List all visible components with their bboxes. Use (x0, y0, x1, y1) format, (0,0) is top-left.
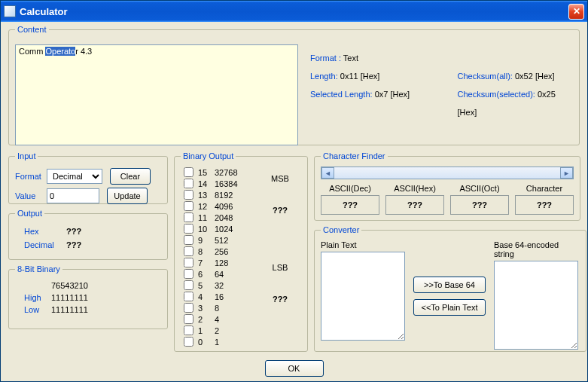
bit8-legend: 8-Bit Binary (15, 264, 62, 274)
bit-value: 16 (215, 292, 248, 301)
binary-output-row: 24 (184, 313, 304, 325)
bit-index: 9 (198, 236, 215, 245)
bit-index: 3 (198, 304, 215, 313)
input-legend: Input (15, 151, 38, 160)
bit-checkbox[interactable] (184, 190, 193, 200)
base64-text-area[interactable] (494, 261, 578, 350)
titlebar[interactable]: Calculator ✕ (1, 1, 587, 22)
bit-index: 15 (198, 168, 215, 177)
app-icon (4, 5, 16, 17)
converter-legend: Converter (321, 225, 361, 234)
bit-index: 12 (198, 202, 215, 211)
bit-value: 64 (215, 270, 248, 279)
checksum-all-value: 0x52 [Hex] (515, 72, 555, 81)
bit-index: 0 (198, 338, 215, 347)
window-title: Calculator (20, 6, 568, 17)
bit-value: 1024 (215, 225, 248, 234)
bit-checkbox[interactable] (184, 258, 193, 267)
converter-group: Converter Plain Text >>To Base 64 <<To P… (314, 225, 586, 352)
close-icon: ✕ (573, 6, 580, 17)
msb-value: ??? (259, 206, 301, 215)
output-group: Output Hex ??? Decimal ??? (8, 209, 168, 260)
bit-checkbox[interactable] (184, 235, 193, 245)
bit-value: 32 (215, 281, 248, 290)
binary-output-row: 8256 (184, 246, 304, 257)
cf-col-value: ??? (385, 195, 444, 215)
bit-checkbox[interactable] (184, 292, 193, 301)
bit-checkbox[interactable] (184, 224, 193, 234)
input-group: Input Format Decimal Clear Value Update (8, 151, 168, 204)
bit-value: 1 (215, 338, 248, 347)
checksum-all-label: Checksum(all): (458, 67, 513, 85)
scroll-right-arrow-icon[interactable]: ► (560, 167, 573, 179)
bit-checkbox[interactable] (184, 212, 193, 222)
msb-label: MSB (259, 174, 301, 183)
content-textarea[interactable]: Comm Operator 4.3 (15, 44, 298, 145)
bit-index: 11 (198, 213, 215, 222)
sel-length-value: 0x7 [Hex] (375, 90, 410, 99)
binary-output-row: 38 (184, 302, 304, 313)
character-finder-col: ASCII(Oct)??? (450, 184, 509, 215)
bit-value: 512 (215, 236, 248, 245)
bit-checkbox[interactable] (184, 314, 193, 324)
plain-text-area[interactable] (321, 252, 405, 341)
value-input-label: Value (15, 191, 47, 200)
bit-index: 8 (198, 247, 215, 256)
format-select[interactable]: Decimal (47, 169, 102, 184)
decimal-label: Decimal (15, 240, 66, 249)
character-finder-col: Character??? (515, 184, 574, 215)
hex-label: Hex (15, 227, 66, 236)
length-label: Length: (310, 67, 338, 85)
character-finder-columns: ASCII(Dec)???ASCII(Hex)???ASCII(Oct)???C… (321, 184, 574, 215)
ok-button[interactable]: OK (265, 360, 324, 377)
cf-col-header: ASCII(Dec) (321, 184, 379, 193)
bit-index: 14 (198, 179, 215, 188)
to-base64-button[interactable]: >>To Base 64 (413, 277, 486, 293)
close-button[interactable]: ✕ (568, 4, 584, 20)
character-finder-legend: Character Finder (321, 151, 388, 160)
format-value: Text (343, 53, 358, 63)
length-value: 0x11 [Hex] (340, 72, 380, 81)
bit-value: 8192 (215, 191, 248, 200)
bit-checkbox[interactable] (184, 201, 193, 211)
bit-value: 256 (215, 247, 248, 256)
content-info: Format : Text Length: 0x11 [Hex] Checksu… (310, 49, 575, 121)
checksum-sel-label: Checksum(selected): (458, 85, 535, 103)
binary-output-group: Binary Output 15327681416384138192124096… (174, 151, 308, 352)
bit-index: 1 (198, 326, 215, 335)
high-label: High (15, 293, 51, 302)
bit-value: 4 (215, 315, 248, 324)
clear-button[interactable]: Clear (110, 168, 151, 185)
bit-checkbox[interactable] (184, 167, 193, 177)
binary-output-row: 101024 (184, 223, 304, 234)
format-label: Format : (310, 49, 341, 67)
content-text-selected: Operato (45, 47, 75, 56)
cf-col-value: ??? (321, 195, 379, 215)
content-group: Content Comm Operator 4.3 Format : Text … (8, 25, 580, 145)
plain-text-label: Plain Text (321, 240, 405, 249)
value-input[interactable] (47, 188, 99, 203)
update-button[interactable]: Update (107, 188, 148, 204)
bit-checkbox[interactable] (184, 325, 193, 335)
bit-checkbox[interactable] (184, 303, 193, 313)
character-finder-col: ASCII(Hex)??? (385, 184, 444, 215)
base64-label: Base 64-encoded string (494, 240, 580, 258)
hex-value: ??? (66, 227, 81, 236)
high-value: 11111111 (51, 293, 88, 302)
lsb-label: LSB (259, 263, 301, 272)
character-scrollbar[interactable]: ◄ ► (321, 167, 574, 179)
binary-output-row: 9512 (184, 234, 304, 246)
output-legend: Output (15, 209, 44, 218)
bit-value: 128 (215, 258, 248, 267)
bit-checkbox[interactable] (184, 246, 193, 256)
bit-checkbox[interactable] (184, 337, 193, 347)
bit-index-row: 76543210 (51, 281, 88, 290)
bit-checkbox[interactable] (184, 179, 193, 188)
to-plaintext-button[interactable]: <<To Plain Text (413, 299, 486, 316)
scroll-left-arrow-icon[interactable]: ◄ (321, 167, 334, 179)
bit-value: 8 (215, 304, 248, 313)
bit-checkbox[interactable] (184, 280, 193, 290)
content-text-after: r 4.3 (75, 47, 92, 56)
bit-checkbox[interactable] (184, 269, 193, 279)
bit-index: 7 (198, 258, 215, 267)
